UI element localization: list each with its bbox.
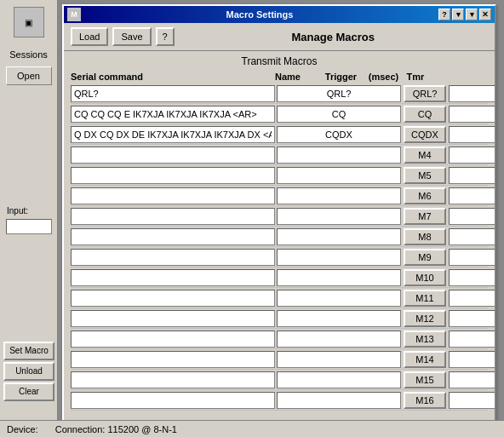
- set-macro-button[interactable]: Set Macro: [3, 342, 54, 360]
- name-input-8[interactable]: [277, 249, 401, 266]
- help-button[interactable]: ?: [438, 9, 450, 20]
- table-row: M4 ▲ ▼: [71, 145, 488, 165]
- trigger-button-4[interactable]: M5: [404, 167, 446, 184]
- trigger-button-8[interactable]: M9: [404, 249, 446, 266]
- clear-button[interactable]: Clear: [3, 382, 54, 401]
- msec-input-12[interactable]: [449, 331, 495, 348]
- name-input-11[interactable]: [277, 310, 401, 327]
- input-field[interactable]: [6, 219, 52, 234]
- serial-input-13[interactable]: [71, 351, 275, 368]
- manage-macros-title: Manage Macros: [179, 31, 488, 43]
- trigger-button-12[interactable]: M13: [404, 331, 446, 348]
- name-input-10[interactable]: [277, 290, 401, 307]
- name-input-1[interactable]: [277, 106, 401, 123]
- app-icon: ▣: [14, 7, 44, 37]
- msec-input-3[interactable]: [449, 147, 495, 164]
- trigger-button-7[interactable]: M8: [404, 228, 446, 245]
- maximize-button[interactable]: ▾: [466, 9, 478, 20]
- trigger-button-10[interactable]: M11: [404, 290, 446, 307]
- dialog-titlebar: M Macro Settings ? ▾ ▾ ✕: [64, 6, 495, 23]
- msec-input-13[interactable]: [449, 351, 495, 368]
- msec-input-8[interactable]: [449, 249, 495, 266]
- table-row: M16 ▲ ▼: [71, 390, 488, 411]
- name-input-12[interactable]: [277, 331, 401, 348]
- table-row: M14 ▲ ▼: [71, 349, 488, 370]
- name-input-7[interactable]: [277, 228, 401, 245]
- connection-info: Connection: 115200 @ 8-N-1: [55, 424, 177, 434]
- name-input-2[interactable]: [277, 126, 401, 143]
- save-button[interactable]: Save: [112, 27, 151, 46]
- serial-input-4[interactable]: [71, 167, 275, 184]
- name-input-6[interactable]: [277, 208, 401, 225]
- msec-input-4[interactable]: [449, 167, 495, 184]
- name-input-14[interactable]: [277, 371, 401, 388]
- name-input-15[interactable]: [277, 392, 401, 409]
- msec-input-10[interactable]: [449, 290, 495, 307]
- serial-input-1[interactable]: [71, 106, 275, 123]
- trigger-button-15[interactable]: M16: [404, 392, 446, 409]
- serial-input-7[interactable]: [71, 228, 275, 245]
- dialog-icon: M: [67, 8, 81, 21]
- unload-button[interactable]: Unload: [3, 362, 54, 381]
- table-row: M13 ▲ ▼: [71, 329, 488, 349]
- header-name: Name: [275, 72, 318, 82]
- serial-input-3[interactable]: [71, 147, 275, 164]
- table-row: M9 ▲ ▼: [71, 247, 488, 267]
- toolbar-help-button[interactable]: ?: [156, 27, 175, 46]
- dialog-title: Macro Settings: [81, 9, 438, 20]
- serial-input-0[interactable]: [71, 85, 275, 102]
- trigger-button-5[interactable]: M6: [404, 187, 446, 204]
- trigger-button-0[interactable]: QRL?: [404, 85, 446, 102]
- serial-input-12[interactable]: [71, 331, 275, 348]
- left-panel: ▣ Sessions Open Input: Set Macro Unload …: [0, 0, 58, 437]
- table-row: M10 ▲ ▼: [71, 267, 488, 288]
- trigger-button-6[interactable]: M7: [404, 208, 446, 225]
- open-button[interactable]: Open: [6, 66, 52, 85]
- table-row: M15 ▲ ▼: [71, 370, 488, 390]
- msec-input-2[interactable]: [449, 126, 495, 143]
- table-row: M11 ▲ ▼: [71, 288, 488, 308]
- name-input-9[interactable]: [277, 269, 401, 286]
- load-button[interactable]: Load: [71, 27, 108, 46]
- trigger-button-3[interactable]: M4: [404, 147, 446, 164]
- serial-input-14[interactable]: [71, 371, 275, 388]
- msec-input-7[interactable]: [449, 228, 495, 245]
- trigger-button-1[interactable]: CQ: [404, 106, 446, 123]
- serial-input-9[interactable]: [71, 269, 275, 286]
- msec-input-5[interactable]: [449, 187, 495, 204]
- serial-input-15[interactable]: [71, 392, 275, 409]
- name-input-5[interactable]: [277, 187, 401, 204]
- header-msec: (msec): [364, 72, 403, 82]
- msec-input-14[interactable]: [449, 371, 495, 388]
- msec-input-6[interactable]: [449, 208, 495, 225]
- table-row: M7 ▲ ▼: [71, 206, 488, 227]
- name-input-3[interactable]: [277, 147, 401, 164]
- trigger-button-14[interactable]: M15: [404, 371, 446, 388]
- close-button[interactable]: ✕: [479, 9, 491, 20]
- trigger-button-2[interactable]: CQDX: [404, 126, 446, 143]
- table-row: CQ ▲ ▼: [71, 104, 488, 124]
- table-row: M5 ▲ ▼: [71, 165, 488, 186]
- trigger-button-13[interactable]: M14: [404, 351, 446, 368]
- msec-input-11[interactable]: [449, 310, 495, 327]
- serial-input-10[interactable]: [71, 290, 275, 307]
- name-input-0[interactable]: [277, 85, 401, 102]
- serial-input-6[interactable]: [71, 208, 275, 225]
- serial-input-8[interactable]: [71, 249, 275, 266]
- serial-input-11[interactable]: [71, 310, 275, 327]
- name-input-13[interactable]: [277, 351, 401, 368]
- minimize-button[interactable]: ▾: [452, 9, 464, 20]
- msec-input-15[interactable]: [449, 392, 495, 409]
- table-row: M12 ▲ ▼: [71, 308, 488, 329]
- header-tmr: Tmr: [403, 72, 428, 82]
- serial-input-2[interactable]: [71, 126, 275, 143]
- name-input-4[interactable]: [277, 167, 401, 184]
- table-row: M6 ▲ ▼: [71, 186, 488, 206]
- status-bar: Device: Connection: 115200 @ 8-N-1: [0, 420, 504, 437]
- msec-input-1[interactable]: [449, 106, 495, 123]
- msec-input-0[interactable]: [449, 85, 495, 102]
- trigger-button-11[interactable]: M12: [404, 310, 446, 327]
- trigger-button-9[interactable]: M10: [404, 269, 446, 286]
- msec-input-9[interactable]: [449, 269, 495, 286]
- serial-input-5[interactable]: [71, 187, 275, 204]
